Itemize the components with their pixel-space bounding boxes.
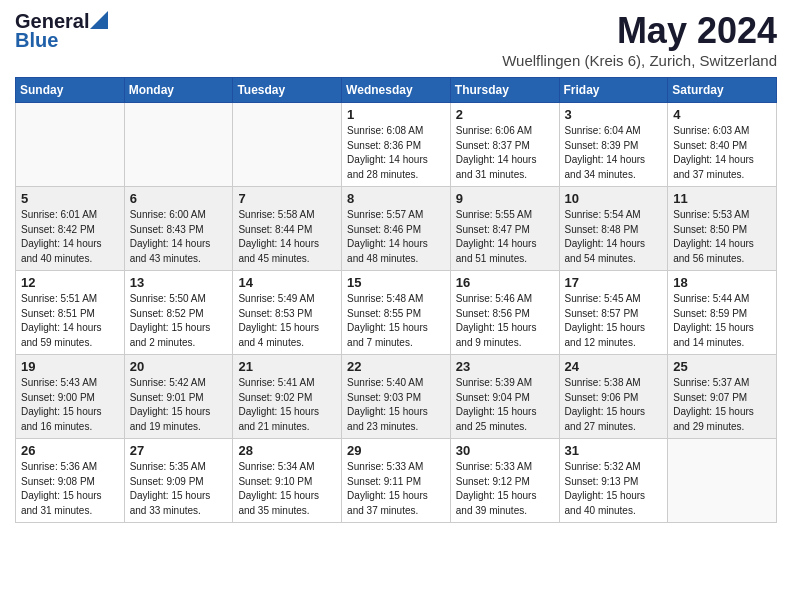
week-row-3: 19Sunrise: 5:43 AM Sunset: 9:00 PM Dayli… bbox=[16, 355, 777, 439]
cell-text: Sunrise: 5:48 AM Sunset: 8:55 PM Dayligh… bbox=[347, 292, 445, 350]
week-row-2: 12Sunrise: 5:51 AM Sunset: 8:51 PM Dayli… bbox=[16, 271, 777, 355]
cell-1-6: 11Sunrise: 5:53 AM Sunset: 8:50 PM Dayli… bbox=[668, 187, 777, 271]
day-number: 26 bbox=[21, 443, 119, 458]
day-number: 27 bbox=[130, 443, 228, 458]
cell-text: Sunrise: 5:41 AM Sunset: 9:02 PM Dayligh… bbox=[238, 376, 336, 434]
cell-4-1: 27Sunrise: 5:35 AM Sunset: 9:09 PM Dayli… bbox=[124, 439, 233, 523]
logo-triangle-icon bbox=[90, 11, 108, 29]
cell-text: Sunrise: 5:49 AM Sunset: 8:53 PM Dayligh… bbox=[238, 292, 336, 350]
day-number: 18 bbox=[673, 275, 771, 290]
cell-0-1 bbox=[124, 103, 233, 187]
day-number: 23 bbox=[456, 359, 554, 374]
day-number: 19 bbox=[21, 359, 119, 374]
week-row-1: 5Sunrise: 6:01 AM Sunset: 8:42 PM Daylig… bbox=[16, 187, 777, 271]
cell-text: Sunrise: 5:46 AM Sunset: 8:56 PM Dayligh… bbox=[456, 292, 554, 350]
cell-0-0 bbox=[16, 103, 125, 187]
cell-4-6 bbox=[668, 439, 777, 523]
cell-2-6: 18Sunrise: 5:44 AM Sunset: 8:59 PM Dayli… bbox=[668, 271, 777, 355]
cell-text: Sunrise: 6:03 AM Sunset: 8:40 PM Dayligh… bbox=[673, 124, 771, 182]
col-header-sunday: Sunday bbox=[16, 78, 125, 103]
cell-0-4: 2Sunrise: 6:06 AM Sunset: 8:37 PM Daylig… bbox=[450, 103, 559, 187]
col-header-saturday: Saturday bbox=[668, 78, 777, 103]
day-number: 11 bbox=[673, 191, 771, 206]
cell-text: Sunrise: 5:35 AM Sunset: 9:09 PM Dayligh… bbox=[130, 460, 228, 518]
header: General Blue May 2024 Wuelflingen (Kreis… bbox=[15, 10, 777, 69]
cell-3-4: 23Sunrise: 5:39 AM Sunset: 9:04 PM Dayli… bbox=[450, 355, 559, 439]
cell-3-0: 19Sunrise: 5:43 AM Sunset: 9:00 PM Dayli… bbox=[16, 355, 125, 439]
cell-4-2: 28Sunrise: 5:34 AM Sunset: 9:10 PM Dayli… bbox=[233, 439, 342, 523]
day-number: 7 bbox=[238, 191, 336, 206]
cell-1-3: 8Sunrise: 5:57 AM Sunset: 8:46 PM Daylig… bbox=[342, 187, 451, 271]
day-number: 4 bbox=[673, 107, 771, 122]
col-header-wednesday: Wednesday bbox=[342, 78, 451, 103]
cell-text: Sunrise: 5:44 AM Sunset: 8:59 PM Dayligh… bbox=[673, 292, 771, 350]
day-number: 10 bbox=[565, 191, 663, 206]
cell-text: Sunrise: 5:39 AM Sunset: 9:04 PM Dayligh… bbox=[456, 376, 554, 434]
cell-text: Sunrise: 5:36 AM Sunset: 9:08 PM Dayligh… bbox=[21, 460, 119, 518]
cell-2-1: 13Sunrise: 5:50 AM Sunset: 8:52 PM Dayli… bbox=[124, 271, 233, 355]
logo-blue-text: Blue bbox=[15, 29, 58, 52]
cell-2-3: 15Sunrise: 5:48 AM Sunset: 8:55 PM Dayli… bbox=[342, 271, 451, 355]
cell-3-2: 21Sunrise: 5:41 AM Sunset: 9:02 PM Dayli… bbox=[233, 355, 342, 439]
cell-text: Sunrise: 5:42 AM Sunset: 9:01 PM Dayligh… bbox=[130, 376, 228, 434]
day-number: 28 bbox=[238, 443, 336, 458]
cell-3-6: 25Sunrise: 5:37 AM Sunset: 9:07 PM Dayli… bbox=[668, 355, 777, 439]
cell-text: Sunrise: 5:58 AM Sunset: 8:44 PM Dayligh… bbox=[238, 208, 336, 266]
day-number: 29 bbox=[347, 443, 445, 458]
day-number: 24 bbox=[565, 359, 663, 374]
day-number: 8 bbox=[347, 191, 445, 206]
svg-marker-0 bbox=[90, 11, 108, 29]
cell-4-4: 30Sunrise: 5:33 AM Sunset: 9:12 PM Dayli… bbox=[450, 439, 559, 523]
col-header-tuesday: Tuesday bbox=[233, 78, 342, 103]
day-number: 1 bbox=[347, 107, 445, 122]
cell-text: Sunrise: 5:45 AM Sunset: 8:57 PM Dayligh… bbox=[565, 292, 663, 350]
cell-text: Sunrise: 6:00 AM Sunset: 8:43 PM Dayligh… bbox=[130, 208, 228, 266]
day-number: 3 bbox=[565, 107, 663, 122]
cell-4-3: 29Sunrise: 5:33 AM Sunset: 9:11 PM Dayli… bbox=[342, 439, 451, 523]
cell-text: Sunrise: 5:51 AM Sunset: 8:51 PM Dayligh… bbox=[21, 292, 119, 350]
cell-text: Sunrise: 6:06 AM Sunset: 8:37 PM Dayligh… bbox=[456, 124, 554, 182]
day-number: 5 bbox=[21, 191, 119, 206]
cell-2-0: 12Sunrise: 5:51 AM Sunset: 8:51 PM Dayli… bbox=[16, 271, 125, 355]
cell-3-1: 20Sunrise: 5:42 AM Sunset: 9:01 PM Dayli… bbox=[124, 355, 233, 439]
cell-text: Sunrise: 5:37 AM Sunset: 9:07 PM Dayligh… bbox=[673, 376, 771, 434]
cell-1-5: 10Sunrise: 5:54 AM Sunset: 8:48 PM Dayli… bbox=[559, 187, 668, 271]
cell-4-5: 31Sunrise: 5:32 AM Sunset: 9:13 PM Dayli… bbox=[559, 439, 668, 523]
day-number: 14 bbox=[238, 275, 336, 290]
day-number: 6 bbox=[130, 191, 228, 206]
cell-text: Sunrise: 5:55 AM Sunset: 8:47 PM Dayligh… bbox=[456, 208, 554, 266]
day-number: 15 bbox=[347, 275, 445, 290]
title-block: May 2024 Wuelflingen (Kreis 6), Zurich, … bbox=[502, 10, 777, 69]
cell-0-5: 3Sunrise: 6:04 AM Sunset: 8:39 PM Daylig… bbox=[559, 103, 668, 187]
day-number: 9 bbox=[456, 191, 554, 206]
cell-text: Sunrise: 5:50 AM Sunset: 8:52 PM Dayligh… bbox=[130, 292, 228, 350]
cell-text: Sunrise: 5:54 AM Sunset: 8:48 PM Dayligh… bbox=[565, 208, 663, 266]
cell-text: Sunrise: 5:43 AM Sunset: 9:00 PM Dayligh… bbox=[21, 376, 119, 434]
day-number: 22 bbox=[347, 359, 445, 374]
cell-text: Sunrise: 6:04 AM Sunset: 8:39 PM Dayligh… bbox=[565, 124, 663, 182]
cell-2-4: 16Sunrise: 5:46 AM Sunset: 8:56 PM Dayli… bbox=[450, 271, 559, 355]
cell-2-2: 14Sunrise: 5:49 AM Sunset: 8:53 PM Dayli… bbox=[233, 271, 342, 355]
subtitle: Wuelflingen (Kreis 6), Zurich, Switzerla… bbox=[502, 52, 777, 69]
cell-1-2: 7Sunrise: 5:58 AM Sunset: 8:44 PM Daylig… bbox=[233, 187, 342, 271]
day-number: 2 bbox=[456, 107, 554, 122]
cell-1-0: 5Sunrise: 6:01 AM Sunset: 8:42 PM Daylig… bbox=[16, 187, 125, 271]
cell-0-2 bbox=[233, 103, 342, 187]
cell-text: Sunrise: 5:33 AM Sunset: 9:11 PM Dayligh… bbox=[347, 460, 445, 518]
logo: General Blue bbox=[15, 10, 108, 52]
day-number: 17 bbox=[565, 275, 663, 290]
day-number: 21 bbox=[238, 359, 336, 374]
cell-text: Sunrise: 6:08 AM Sunset: 8:36 PM Dayligh… bbox=[347, 124, 445, 182]
cell-text: Sunrise: 6:01 AM Sunset: 8:42 PM Dayligh… bbox=[21, 208, 119, 266]
cell-text: Sunrise: 5:57 AM Sunset: 8:46 PM Dayligh… bbox=[347, 208, 445, 266]
cell-0-3: 1Sunrise: 6:08 AM Sunset: 8:36 PM Daylig… bbox=[342, 103, 451, 187]
day-number: 13 bbox=[130, 275, 228, 290]
week-row-4: 26Sunrise: 5:36 AM Sunset: 9:08 PM Dayli… bbox=[16, 439, 777, 523]
day-number: 20 bbox=[130, 359, 228, 374]
cell-text: Sunrise: 5:33 AM Sunset: 9:12 PM Dayligh… bbox=[456, 460, 554, 518]
col-header-monday: Monday bbox=[124, 78, 233, 103]
cell-text: Sunrise: 5:32 AM Sunset: 9:13 PM Dayligh… bbox=[565, 460, 663, 518]
calendar-table: SundayMondayTuesdayWednesdayThursdayFrid… bbox=[15, 77, 777, 523]
cell-2-5: 17Sunrise: 5:45 AM Sunset: 8:57 PM Dayli… bbox=[559, 271, 668, 355]
cell-1-1: 6Sunrise: 6:00 AM Sunset: 8:43 PM Daylig… bbox=[124, 187, 233, 271]
